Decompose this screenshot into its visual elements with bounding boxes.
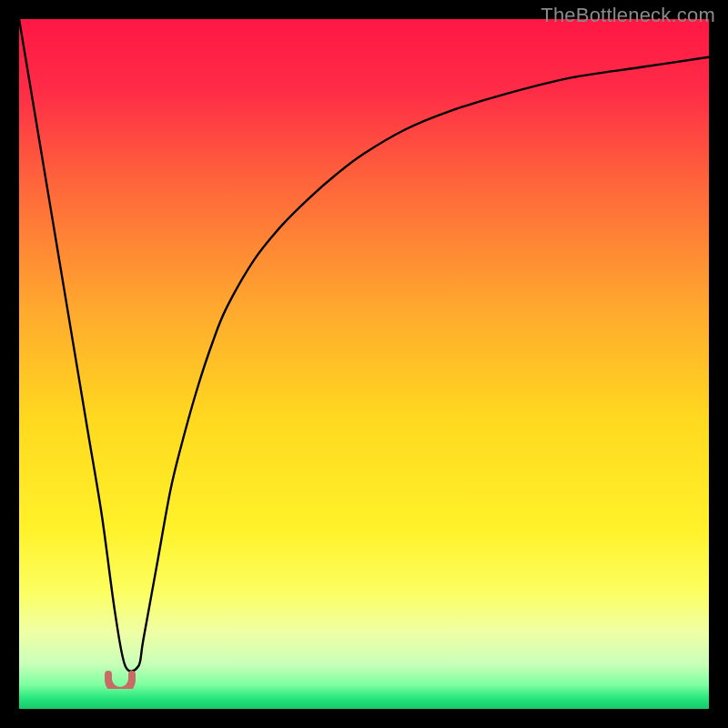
optimal-marker (105, 671, 136, 689)
watermark-text: TheBottleneck.com (541, 4, 715, 27)
chart-area (19, 19, 709, 709)
bottleneck-curve (19, 19, 709, 709)
